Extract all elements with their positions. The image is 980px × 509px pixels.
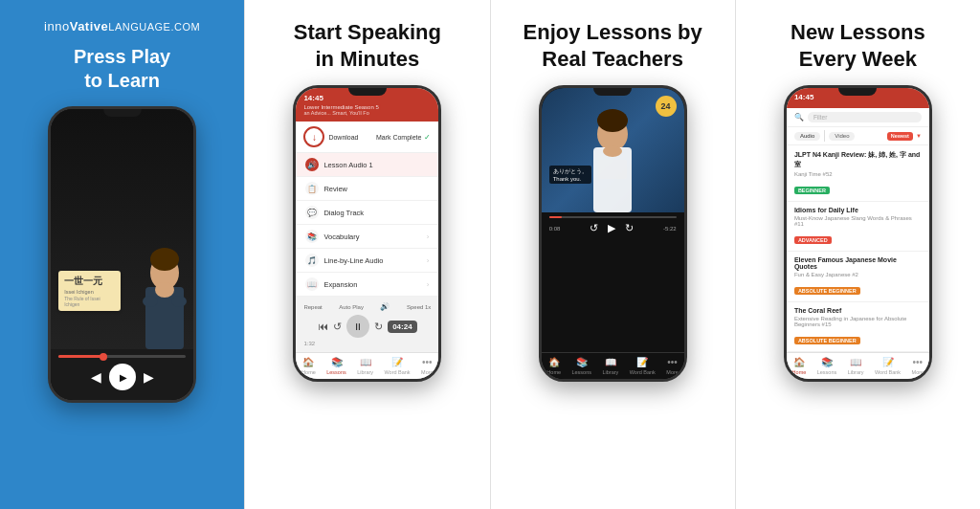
- svg-point-2: [155, 282, 174, 298]
- lesson-list-4: JLPT N4 Kanji Review: 妹, 姉, 姓, 字 and 室 K…: [787, 145, 929, 352]
- prev-button[interactable]: ◀: [91, 369, 101, 385]
- download-icon[interactable]: ↓: [303, 126, 324, 147]
- panel-3: Enjoy Lessons by Real Teachers: [490, 0, 735, 509]
- speed-label[interactable]: Speed 1x: [407, 304, 431, 310]
- phone2-player-area: Repeat Auto Play 🔊 Speed 1x ⏮ ↺ ⏸ ↻: [296, 297, 438, 352]
- lesson-sub-0: Kanji Time #52: [794, 171, 922, 177]
- wordbank-label-2: Word Bank: [385, 369, 411, 375]
- nav-home-2[interactable]: 🏠 Home: [301, 357, 316, 375]
- home-label-3: Home: [546, 369, 561, 375]
- home-icon-4: 🏠: [793, 357, 805, 367]
- teacher-svg-1: [117, 244, 193, 349]
- tab-divider: [824, 130, 825, 142]
- tab-audio[interactable]: Audio: [794, 132, 820, 141]
- menu-item-lesson-audio[interactable]: 🔊 Lesson Audio 1: [296, 153, 438, 177]
- newest-section: Newest ▼: [887, 132, 922, 141]
- phone-mockup-3: ありがとう。 Thank you. 24: [539, 85, 687, 382]
- nav-home-3[interactable]: 🏠 Home: [546, 357, 561, 375]
- skip-prev-icon[interactable]: ⏮: [318, 321, 328, 332]
- lesson-item-3[interactable]: The Coral Reef Extensive Reading in Japa…: [787, 302, 929, 352]
- newest-dropdown-icon[interactable]: ▼: [916, 133, 922, 139]
- home-icon-3: 🏠: [548, 357, 560, 367]
- nav-lessons-4[interactable]: 📚 Lessons: [817, 357, 837, 375]
- filter-input-4[interactable]: Filter: [808, 112, 922, 122]
- home-label-4: Home: [792, 369, 807, 375]
- lesson-title-2: Eleven Famous Japanese Movie Quotes: [794, 256, 922, 270]
- panel-3-inner: Enjoy Lessons by Real Teachers: [506, 19, 720, 490]
- download-label: Download: [328, 134, 358, 141]
- vocabulary-label: Vocabulary: [323, 232, 359, 241]
- menu-item-left-2: 📋 Review: [305, 182, 347, 195]
- forward-icon[interactable]: ↻: [374, 321, 383, 333]
- wordbank-label-3: Word Bank: [630, 369, 656, 375]
- panel-1-inner: innoVativeLANGUAGE.COM Press Play to Lea…: [15, 19, 229, 490]
- phone3-bottom-bg: [542, 238, 684, 352]
- video-controls: 0:08 ↺ ▶ ↻ -5:22: [542, 212, 684, 238]
- nav-wordbank-4[interactable]: 📝 Word Bank: [875, 357, 901, 375]
- phone-screen-2: 14:45 Lower Intermediate Season 5 an Adv…: [296, 88, 438, 379]
- nav-home-4[interactable]: 🏠 Home: [792, 357, 807, 375]
- mark-complete-section: Mark Complete ✓: [376, 133, 431, 142]
- video-ctrl-row: 0:08 ↺ ▶ ↻ -5:22: [549, 222, 677, 234]
- progress-bar[interactable]: [58, 355, 186, 358]
- repeat-label[interactable]: Repeat: [303, 304, 322, 310]
- nav-library-2[interactable]: 📖 Library: [357, 357, 373, 375]
- pause-button-2[interactable]: ⏸: [346, 315, 369, 338]
- menu-item-dialog[interactable]: 💬 Dialog Track: [296, 201, 438, 225]
- progress-fill: [58, 355, 103, 358]
- rewind-video-btn[interactable]: ↺: [590, 222, 598, 234]
- play-button[interactable]: [109, 364, 136, 390]
- nav-wordbank-2[interactable]: 📝 Word Bank: [385, 357, 411, 375]
- flashcard-romanji: Issei Ichigen: [64, 289, 115, 295]
- nav-more-3[interactable]: ••• More: [666, 357, 679, 375]
- phone1-content: 一世一元 Issei Ichigen The Rule of Issei Ich…: [51, 109, 193, 400]
- lesson-item-1[interactable]: Idioms for Daily Life Must-Know Japanese…: [787, 202, 929, 252]
- phone-notch-4: [838, 88, 877, 96]
- svg-rect-10: [598, 160, 627, 179]
- video-progress-bar[interactable]: [549, 216, 677, 218]
- video-progress-fill: [549, 216, 562, 218]
- lessons-icon-2: 📚: [331, 357, 343, 367]
- autoplay-label[interactable]: Auto Play: [339, 304, 364, 310]
- forward-video-btn[interactable]: ↻: [625, 222, 634, 234]
- lesson-item-0[interactable]: JLPT N4 Kanji Review: 妹, 姉, 姓, 字 and 室 K…: [787, 145, 929, 202]
- lessons-label-2: Lessons: [326, 369, 346, 375]
- lessons-icon-4: 📚: [821, 357, 833, 367]
- nav-more-2[interactable]: ••• More: [421, 357, 434, 375]
- phone2-player-controls: ⏮ ↺ ⏸ ↻ 04:24: [303, 315, 431, 338]
- menu-item-line-audio[interactable]: 🎵 Line-by-Line Audio ›: [296, 249, 438, 273]
- menu-item-expansion[interactable]: 📖 Expansion ›: [296, 273, 438, 297]
- nav-lessons-3[interactable]: 📚 Lessons: [572, 357, 592, 375]
- phone-wrapper-3: ありがとう。 Thank you. 24: [539, 85, 687, 490]
- panel-2: Start Speaking in Minutes 14:45 Lower In…: [244, 0, 489, 509]
- panel-4-inner: New Lessons Every Week 14:45 🔍: [751, 19, 965, 490]
- phone-mockup-1: 一世一元 Issei Ichigen The Rule of Issei Ich…: [48, 106, 196, 403]
- phone-notch-1: [103, 109, 142, 117]
- video-time-elapsed: 0:08: [549, 226, 561, 232]
- rewind-icon[interactable]: ↺: [333, 321, 342, 333]
- library-label-3: Library: [602, 369, 618, 375]
- nav-wordbank-3[interactable]: 📝 Word Bank: [630, 357, 656, 375]
- next-button[interactable]: ▶: [144, 369, 154, 385]
- menu-item-vocabulary[interactable]: 📚 Vocabulary ›: [296, 225, 438, 249]
- phone4-content: 14:45 🔍 Filter Audio: [787, 88, 929, 379]
- play-video-btn[interactable]: ▶: [608, 222, 615, 234]
- phone2-player-labels: Repeat Auto Play 🔊 Speed 1x: [303, 302, 431, 311]
- expansion-arrow: ›: [427, 280, 430, 289]
- nav-library-4[interactable]: 📖 Library: [848, 357, 864, 375]
- nav-more-4[interactable]: ••• More: [912, 357, 924, 375]
- lessons-label-3: Lessons: [572, 369, 592, 375]
- menu-item-review[interactable]: 📋 Review: [296, 177, 438, 201]
- lesson-tag-3: ABSOLUTE BEGINNER: [794, 337, 860, 344]
- more-label-2: More: [421, 369, 434, 375]
- phone-screen-1: 一世一元 Issei Ichigen The Rule of Issei Ich…: [51, 109, 193, 400]
- phone2-content: 14:45 Lower Intermediate Season 5 an Adv…: [296, 88, 438, 379]
- video-subtitle: ありがとう。 Thank you.: [549, 166, 591, 184]
- nav-library-3[interactable]: 📖 Library: [602, 357, 618, 375]
- wordbank-label-4: Word Bank: [875, 369, 901, 375]
- nav-lessons-2[interactable]: 📚 Lessons: [326, 357, 346, 375]
- tab-video[interactable]: Video: [829, 132, 855, 141]
- home-icon-2: 🏠: [302, 357, 314, 367]
- lesson-item-2[interactable]: Eleven Famous Japanese Movie Quotes Fun …: [787, 252, 929, 302]
- phone-screen-4: 14:45 🔍 Filter Audio: [787, 88, 929, 379]
